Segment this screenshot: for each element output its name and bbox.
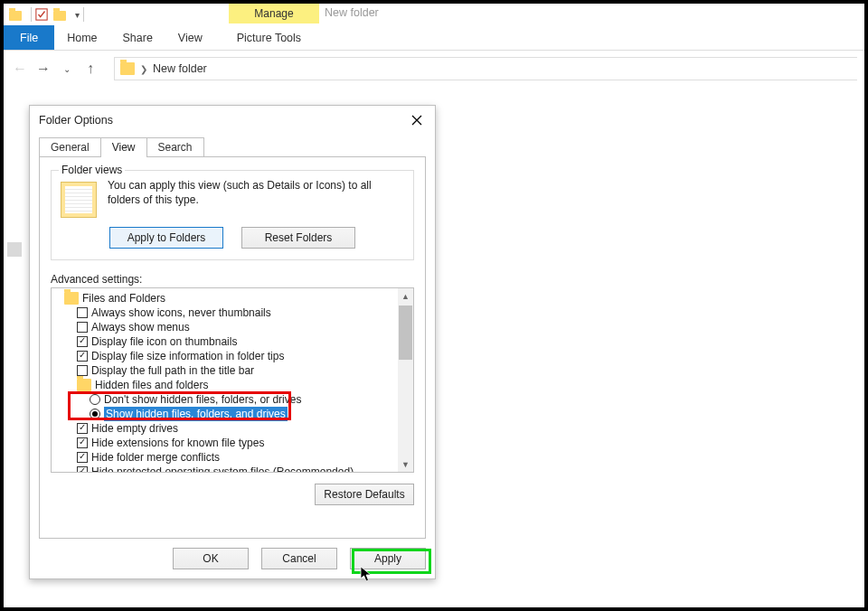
opt-file-size-tips[interactable]: Display file size information in folder … bbox=[55, 349, 410, 363]
radio-dont-show-hidden[interactable]: Don't show hidden files, folders, or dri… bbox=[55, 392, 410, 407]
advanced-settings-tree[interactable]: Files and Folders Always show icons, nev… bbox=[51, 287, 414, 473]
folder-views-legend: Folder views bbox=[59, 164, 125, 176]
apply-to-folders-button[interactable]: Apply to Folders bbox=[109, 227, 223, 249]
opt-hide-empty-drives[interactable]: Hide empty drives bbox=[55, 421, 410, 436]
window-title: New folder bbox=[325, 6, 379, 19]
restore-defaults-button[interactable]: Restore Defaults bbox=[315, 484, 414, 505]
tree-hidden-files: Hidden files and folders bbox=[55, 378, 410, 392]
opt-always-menus[interactable]: Always show menus bbox=[55, 320, 410, 334]
address-location: New folder bbox=[153, 62, 207, 75]
scroll-up-icon[interactable]: ▲ bbox=[398, 288, 413, 304]
address-bar[interactable]: ❯ New folder bbox=[114, 57, 857, 80]
tab-share[interactable]: Share bbox=[110, 25, 165, 50]
dlg-tab-search[interactable]: Search bbox=[146, 137, 204, 157]
ok-button[interactable]: OK bbox=[173, 548, 249, 569]
tree-root: Files and Folders bbox=[55, 291, 410, 306]
nav-forward-icon[interactable]: → bbox=[34, 60, 52, 78]
scroll-thumb[interactable] bbox=[399, 306, 412, 360]
opt-hide-extensions[interactable]: Hide extensions for known file types bbox=[55, 436, 410, 450]
folder-icon bbox=[64, 292, 79, 305]
nav-back-icon: ← bbox=[11, 60, 29, 78]
tab-picture-tools[interactable]: Picture Tools bbox=[224, 25, 314, 50]
ribbon-contextual-tab[interactable]: Manage bbox=[229, 4, 319, 24]
folder-icon bbox=[120, 62, 135, 75]
reset-folders-button[interactable]: Reset Folders bbox=[241, 227, 355, 249]
tab-file[interactable]: File bbox=[4, 25, 54, 50]
folder-options-dialog: Folder Options General View Search Folde… bbox=[29, 105, 436, 579]
dialog-titlebar: Folder Options bbox=[30, 106, 435, 135]
opt-hide-merge-conflicts[interactable]: Hide folder merge conflicts bbox=[55, 450, 410, 465]
radio-show-hidden[interactable]: Show hidden files, folders, and drives bbox=[55, 407, 410, 421]
folder-views-group: Folder views You can apply this view (su… bbox=[51, 170, 414, 260]
opt-full-path-title[interactable]: Display the full path in the title bar bbox=[55, 363, 410, 378]
nav-up-icon[interactable]: ↑ bbox=[81, 60, 99, 78]
dlg-tab-general[interactable]: General bbox=[39, 137, 101, 157]
folder-views-text: You can apply this view (such as Details… bbox=[108, 178, 404, 218]
dlg-tab-view[interactable]: View bbox=[100, 137, 147, 157]
navpane-hint bbox=[7, 242, 22, 257]
qat-separator-2 bbox=[83, 7, 84, 22]
opt-always-icons[interactable]: Always show icons, never thumbnails bbox=[55, 306, 410, 320]
tab-view[interactable]: View bbox=[165, 25, 215, 50]
nav-row: ← → ⌄ ↑ ❯ New folder bbox=[4, 51, 864, 87]
opt-file-icon-thumb[interactable]: Display file icon on thumbnails bbox=[55, 334, 410, 349]
qat-dropdown-icon[interactable]: ▾ bbox=[75, 10, 80, 20]
qat-newfolder-icon[interactable] bbox=[53, 8, 66, 21]
advanced-settings-label: Advanced settings: bbox=[51, 273, 414, 286]
ribbon-tabs: File Home Share View Picture Tools bbox=[4, 25, 864, 51]
nav-recent-dropdown-icon[interactable]: ⌄ bbox=[58, 60, 76, 78]
dialog-body: Folder views You can apply this view (su… bbox=[39, 156, 426, 539]
opt-hide-protected-os[interactable]: Hide protected operating system files (R… bbox=[55, 465, 410, 473]
close-button[interactable] bbox=[408, 111, 426, 129]
quick-access-toolbar: ▾ bbox=[4, 4, 864, 25]
dialog-footer: OK Cancel Apply bbox=[173, 548, 426, 569]
cancel-button[interactable]: Cancel bbox=[261, 548, 337, 569]
window-root: ▾ Manage New folder File Home Share View… bbox=[0, 0, 868, 611]
qat-properties-icon[interactable] bbox=[35, 8, 48, 21]
folder-views-icon bbox=[61, 182, 97, 218]
chevron-right-icon: ❯ bbox=[140, 64, 147, 74]
file-explorer-icon bbox=[9, 8, 22, 21]
qat-separator bbox=[31, 7, 32, 22]
dialog-tabs: General View Search bbox=[30, 135, 435, 156]
dialog-title: Folder Options bbox=[39, 114, 113, 127]
scrollbar[interactable]: ▲ ▼ bbox=[398, 288, 413, 472]
folder-icon bbox=[77, 379, 91, 391]
tab-home[interactable]: Home bbox=[54, 25, 109, 50]
scroll-down-icon[interactable]: ▼ bbox=[398, 456, 413, 472]
apply-button[interactable]: Apply bbox=[350, 548, 426, 569]
